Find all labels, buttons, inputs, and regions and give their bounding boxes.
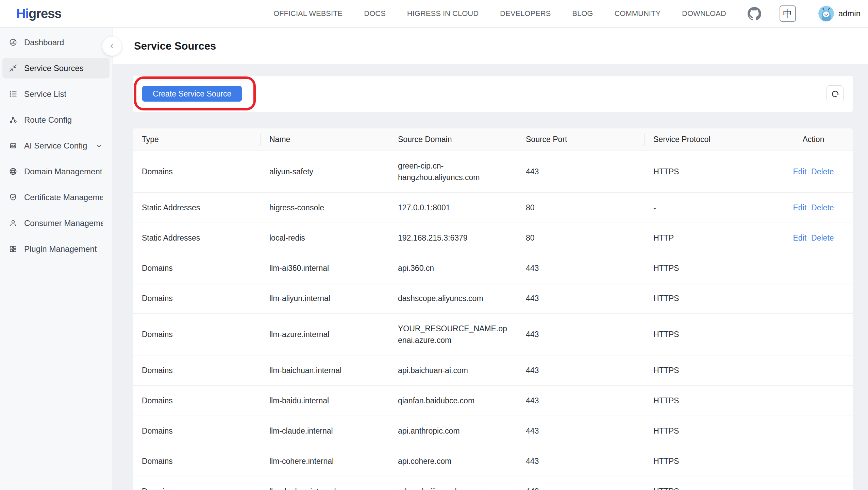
nav-link-docs[interactable]: DOCS <box>364 9 386 18</box>
cell-service-protocol: HTTPS <box>645 253 774 283</box>
column-header-name: Name <box>261 128 389 151</box>
nav-link-community[interactable]: COMMUNITY <box>614 9 661 18</box>
service-sources-table-card: TypeNameSource DomainSource PortService … <box>133 128 853 490</box>
column-header-action: Action <box>774 128 853 151</box>
cell-type: Domains <box>133 253 261 283</box>
sidebar-item-certificate-management[interactable]: Certificate Management <box>2 187 110 208</box>
nav-link-blog[interactable]: BLOG <box>572 9 593 18</box>
table-row: Domainsllm-azure.internalYOUR_RESOURCE_N… <box>133 313 853 355</box>
cell-source-port: 443 <box>517 385 645 416</box>
cell-name: llm-doubao.internal <box>261 476 389 490</box>
cell-name: llm-aliyun.internal <box>261 283 389 313</box>
cell-source-domain: api.cohere.com <box>389 446 517 476</box>
user-icon <box>9 219 17 227</box>
cell-action: EditDelete <box>774 151 853 192</box>
cell-type: Domains <box>133 283 261 313</box>
cell-type: Domains <box>133 416 261 446</box>
cell-service-protocol: HTTPS <box>645 385 774 416</box>
sidebar-item-consumer-management[interactable]: Consumer Management <box>2 213 110 233</box>
edit-link[interactable]: Edit <box>793 167 806 176</box>
column-header-source-port: Source Port <box>517 128 645 151</box>
table-row: Domainsllm-baidu.internalqianfan.baidubc… <box>133 385 853 416</box>
sidebar-item-label: AI Service Config <box>24 141 87 151</box>
cell-action <box>774 476 853 490</box>
cell-source-domain: api.baichuan-ai.com <box>389 355 517 385</box>
cell-action <box>774 416 853 446</box>
cell-name: llm-baidu.internal <box>261 385 389 416</box>
sidebar-item-label: Certificate Management <box>24 193 103 202</box>
sidebar-item-service-list[interactable]: Service List <box>2 84 110 104</box>
cell-name: llm-cohere.internal <box>261 446 389 476</box>
nav-link-official-website[interactable]: OFFICIAL WEBSITE <box>273 9 343 18</box>
table-row: Static Addresseshigress-console127.0.0.1… <box>133 192 853 223</box>
cell-source-port: 80 <box>517 223 645 253</box>
reload-icon <box>831 89 840 99</box>
create-service-source-button[interactable]: Create Service Source <box>142 86 242 102</box>
language-toggle-button[interactable]: 中 <box>780 5 796 22</box>
cell-type: Domains <box>133 476 261 490</box>
table-row: Domainsllm-cohere.internalapi.cohere.com… <box>133 446 853 476</box>
cell-source-domain: 127.0.0.1:8001 <box>389 192 517 223</box>
sidebar-item-dashboard[interactable]: Dashboard <box>2 32 110 53</box>
chevron-left-icon <box>108 42 116 50</box>
cell-service-protocol: HTTPS <box>645 416 774 446</box>
github-icon[interactable] <box>748 7 761 20</box>
delete-link[interactable]: Delete <box>811 167 834 176</box>
delete-link[interactable]: Delete <box>811 233 834 242</box>
cell-action <box>774 446 853 476</box>
sidebar-collapse-button[interactable] <box>102 37 121 56</box>
nav-link-download[interactable]: DOWNLOAD <box>682 9 726 18</box>
cell-service-protocol: HTTPS <box>645 313 774 355</box>
mascot-avatar[interactable] <box>818 6 834 21</box>
column-header-source-domain: Source Domain <box>389 128 517 151</box>
sidebar-item-label: Service List <box>24 89 66 99</box>
sidebar-item-domain-management[interactable]: Domain Management <box>2 161 110 182</box>
cell-action <box>774 313 853 355</box>
cell-service-protocol: HTTPS <box>645 446 774 476</box>
cell-type: Domains <box>133 385 261 416</box>
delete-link[interactable]: Delete <box>811 203 834 212</box>
toolbar-card: Create Service Source <box>133 76 853 112</box>
cell-source-domain: YOUR_RESOURCE_NAME.openai.azure.com <box>389 313 517 355</box>
sidebar-item-label: Service Sources <box>24 64 84 73</box>
sidebar-item-plugin-management[interactable]: Plugin Management <box>2 239 110 259</box>
higress-logo[interactable]: Higress <box>16 6 61 21</box>
user-name[interactable]: admin <box>838 9 861 18</box>
table-row: Domainsllm-doubao.internalark.cn-beijing… <box>133 476 853 490</box>
cell-source-port: 443 <box>517 476 645 490</box>
cell-source-domain: api.anthropic.com <box>389 416 517 446</box>
logo-text-hi: Hi <box>16 6 29 21</box>
cell-source-port: 80 <box>517 192 645 223</box>
cell-service-protocol: HTTP <box>645 223 774 253</box>
edit-link[interactable]: Edit <box>793 203 806 212</box>
sidebar-item-label: Domain Management <box>24 167 102 176</box>
cell-source-domain: ark.cn-beijing.volces.com <box>389 476 517 490</box>
table-row: Domainsllm-baichuan.internalapi.baichuan… <box>133 355 853 385</box>
globe-icon <box>9 167 17 176</box>
sidebar-item-service-sources[interactable]: Service Sources <box>2 58 110 78</box>
sidebar-item-route-config[interactable]: Route Config <box>2 109 110 130</box>
nav-link-higress-in-cloud[interactable]: HIGRESS IN CLOUD <box>407 9 479 18</box>
cell-name: aliyun-safety <box>261 151 389 192</box>
cell-name: local-redis <box>261 223 389 253</box>
refresh-button[interactable] <box>827 85 844 102</box>
shrink-icon <box>9 64 17 72</box>
route-icon <box>9 116 17 124</box>
sidebar-item-ai-service-config[interactable]: AI Service Config <box>2 135 110 156</box>
cell-source-port: 443 <box>517 283 645 313</box>
edit-link[interactable]: Edit <box>793 233 806 242</box>
cell-service-protocol: - <box>645 192 774 223</box>
cell-source-port: 443 <box>517 416 645 446</box>
cell-action <box>774 283 853 313</box>
robot-icon <box>9 141 17 150</box>
cell-type: Domains <box>133 355 261 385</box>
nav-link-developers[interactable]: DEVELOPERS <box>500 9 551 18</box>
cell-type: Static Addresses <box>133 223 261 253</box>
cell-service-protocol: HTTPS <box>645 355 774 385</box>
table-header: TypeNameSource DomainSource PortService … <box>133 128 853 151</box>
cell-service-protocol: HTTPS <box>645 151 774 192</box>
table-row: Domainsllm-claude.internalapi.anthropic.… <box>133 416 853 446</box>
cell-type: Domains <box>133 313 261 355</box>
cell-action <box>774 253 853 283</box>
logo-text-gress: gress <box>29 6 61 21</box>
